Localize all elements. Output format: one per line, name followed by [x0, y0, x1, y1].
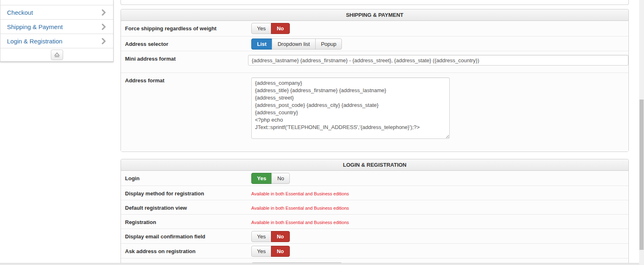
sidebar-item-label: Login & Registration [7, 38, 62, 45]
sidebar-cutoff-row [0, 0, 113, 5]
row-ask-address-on-registration: Ask address on registrationYesNo [121, 243, 628, 258]
ask-address-on-registration-yes-button[interactable]: Yes [251, 246, 271, 257]
setting-control: YesNo [251, 244, 628, 258]
row-default-registration-view: Default registration viewAvailable in bo… [121, 200, 628, 214]
edition-availability-notice: Available in both Essential and Business… [251, 206, 349, 211]
shipping-payment-section: SHIPPING & PAYMENT Force shipping regard… [121, 9, 629, 152]
setting-control: YesNo [251, 229, 628, 243]
sidebar-item-checkout[interactable]: Checkout [0, 5, 113, 19]
setting-label: Address selector [121, 36, 251, 51]
login-toggle-group: YesNo [251, 173, 290, 184]
collapse-menu-button[interactable] [51, 50, 63, 60]
sidebar-item-label: Checkout [7, 9, 33, 16]
edition-availability-notice: Available in both Essential and Business… [251, 220, 349, 225]
setting-control: Available in both Essential and Business… [251, 200, 628, 214]
display-email-confirmation-field-toggle-group: YesNo [251, 231, 290, 242]
sidebar-item-shipping-payment[interactable]: Shipping & Payment [0, 19, 113, 34]
login-yes-button[interactable]: Yes [251, 173, 272, 184]
sidebar-item-login-registration[interactable]: Login & Registration [0, 34, 113, 48]
setting-label: Address format [121, 73, 251, 152]
setting-control: YesNo [251, 171, 628, 186]
display-email-confirmation-field-no-button[interactable]: No [271, 231, 289, 242]
chevron-right-icon [102, 24, 106, 30]
row-registration: RegistrationAvailable in both Essential … [121, 214, 628, 229]
force-shipping-regardless-of-weight-yes-button[interactable]: Yes [251, 23, 271, 34]
login-registration-rows: LoginYesNoDisplay method for registratio… [121, 171, 628, 265]
setting-label: Mini address format [121, 51, 248, 72]
setting-label: Registration [121, 215, 251, 229]
setting-control [248, 51, 628, 72]
address-selector-popup-button[interactable]: Popup [315, 39, 342, 50]
row-display-email-confirmation-field: Display email confirmation fieldYesNo [121, 229, 628, 243]
force-shipping-regardless-of-weight-toggle-group: YesNo [251, 23, 290, 34]
setting-control [251, 73, 628, 152]
scrollbar-thumb[interactable] [639, 100, 644, 250]
address-selector-dropdown-list-button[interactable]: Dropdown list [272, 39, 316, 50]
edition-availability-notice: Available in both Essential and Business… [251, 191, 349, 196]
row-display-method-for-registration: Display method for registrationAvailable… [121, 186, 628, 200]
setting-control: Available in both Essential and Business… [251, 186, 628, 200]
setting-control: Available in both Essential and Business… [251, 215, 628, 229]
chevron-right-icon [102, 9, 106, 16]
ask-address-on-registration-toggle-group: YesNo [251, 246, 290, 257]
login-registration-section: LOGIN & REGISTRATION LoginYesNoDisplay m… [121, 159, 629, 265]
force-shipping-regardless-of-weight-no-button[interactable]: No [271, 23, 289, 34]
login-no-button[interactable]: No [271, 173, 290, 184]
address-selector-toggle-group: ListDropdown listPopup [251, 39, 342, 50]
sidebar-item-label: Shipping & Payment [7, 23, 63, 30]
shipping-payment-rows: Force shipping regardless of weightYesNo… [121, 21, 628, 152]
row-mini-address-format: Mini address format [121, 51, 628, 72]
row-force-shipping-regardless-of-weight: Force shipping regardless of weightYesNo [121, 21, 628, 36]
setting-label: Display method for registration [121, 186, 251, 200]
setting-label: Display email confirmation field [121, 229, 251, 243]
row-login: LoginYesNo [121, 171, 628, 186]
row-address-selector: Address selectorListDropdown listPopup [121, 36, 628, 51]
address-selector-list-button[interactable]: List [251, 39, 272, 50]
row-address-format: Address format [121, 72, 628, 152]
ask-address-on-registration-no-button[interactable]: No [271, 246, 289, 257]
sidebar-menu: CheckoutShipping & PaymentLogin & Regist… [0, 5, 113, 48]
footer-toolbar-edge [0, 263, 639, 265]
display-email-confirmation-field-yes-button[interactable]: Yes [251, 231, 271, 242]
chevron-right-icon [102, 38, 106, 44]
settings-content: SHIPPING & PAYMENT Force shipping regard… [121, 0, 629, 265]
setting-control: ListDropdown listPopup [251, 36, 628, 51]
mini-address-format-input[interactable] [248, 55, 628, 66]
vertical-scrollbar[interactable] [639, 0, 644, 265]
setting-control: YesNo [251, 21, 628, 36]
setting-label: Default registration view [121, 200, 251, 214]
address-format-textarea[interactable] [251, 77, 450, 139]
settings-sidebar: CheckoutShipping & PaymentLogin & Regist… [0, 0, 114, 62]
section-title: SHIPPING & PAYMENT [121, 9, 628, 21]
eject-icon [54, 52, 60, 57]
setting-label: Login [121, 171, 251, 186]
section-title: LOGIN & REGISTRATION [121, 159, 628, 171]
previous-panel-edge [121, 0, 629, 5]
setting-label: Ask address on registration [121, 244, 251, 258]
sidebar-footer [0, 48, 113, 61]
setting-label: Force shipping regardless of weight [121, 21, 251, 36]
